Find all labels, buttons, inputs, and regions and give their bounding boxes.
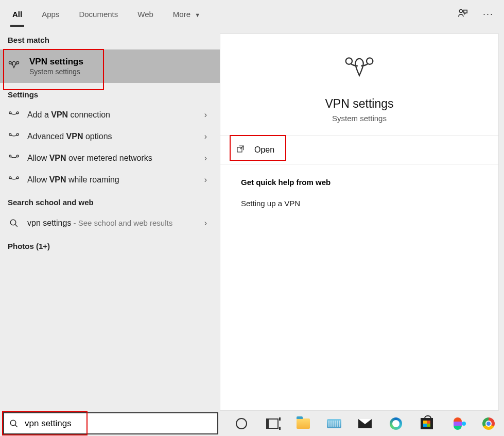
vpn-icon-large [343,55,375,82]
svg-line-12 [15,224,18,227]
vpn-icon [8,110,20,120]
settings-item-label: Advanced VPN options [27,132,204,141]
open-label: Open [254,145,274,155]
best-match-subtitle: System settings [29,68,83,76]
best-match-title: VPN settings [29,57,83,67]
chevron-down-icon: ▼ [195,12,200,18]
taskbar-search[interactable] [3,412,218,434]
cortana-icon[interactable] [234,416,249,431]
chevron-right-icon: › [204,154,212,163]
chrome-icon[interactable] [481,416,496,431]
edge-icon[interactable] [388,416,404,431]
web-result-label: vpn settings - See school and web result… [27,217,204,229]
preview-title: VPN settings [325,97,394,111]
tab-apps[interactable]: Apps [40,7,61,22]
settings-item-vpn-metered[interactable]: Allow VPN over metered networks › [0,147,220,169]
settings-item-vpn-roaming[interactable]: Allow VPN while roaming › [0,169,220,191]
svg-point-16 [10,420,16,426]
search-input[interactable] [25,418,212,429]
settings-item-label: Allow VPN over metered networks [27,154,204,163]
preview-subtitle: System settings [332,114,387,123]
task-view-icon[interactable] [265,416,280,431]
open-icon [236,144,245,156]
chevron-right-icon: › [204,110,212,120]
tab-more[interactable]: More ▼ [171,7,202,22]
preview-panel: VPN settings System settings Open Get qu… [220,33,499,411]
svg-point-11 [10,220,16,225]
vpn-icon [8,175,20,185]
search-filter-tabs: All Apps Documents Web More ▼ ··· [0,0,504,28]
tab-more-label: More [173,10,190,19]
vpn-icon [8,131,20,142]
vpn-icon [8,60,22,73]
microsoft-store-icon[interactable] [419,416,435,431]
tab-all[interactable]: All [10,7,24,22]
best-match-result[interactable]: VPN settings System settings [0,49,220,83]
results-panel: Best match VPN settings System settings … [0,28,220,411]
feedback-icon[interactable] [457,8,468,21]
settings-item-label: Allow VPN while roaming [27,175,204,185]
settings-item-add-vpn[interactable]: Add a VPN connection › [0,104,220,126]
more-options-icon[interactable]: ··· [483,9,494,20]
section-best-match: Best match [0,28,220,49]
svg-line-17 [15,425,18,427]
search-icon [9,419,19,428]
section-photos: Photos (1+) [0,234,220,256]
keyboard-app-icon[interactable] [326,416,342,431]
section-search-web: Search school and web [0,191,220,212]
open-button[interactable]: Open [220,136,498,164]
chevron-right-icon: › [204,175,212,185]
settings-item-label: Add a VPN connection [27,110,204,120]
mail-icon[interactable] [357,416,373,431]
taskbar [0,411,504,436]
web-result-item[interactable]: vpn settings - See school and web result… [0,212,220,234]
chevron-right-icon: › [204,132,212,141]
settings-item-advanced-vpn[interactable]: Advanced VPN options › [0,126,220,147]
vpn-icon [8,153,20,163]
file-explorer-icon[interactable] [296,416,311,431]
figma-icon[interactable] [450,416,465,431]
section-settings: Settings [0,83,220,104]
svg-point-0 [459,9,462,12]
help-link-setup-vpn[interactable]: Setting up a VPN [241,196,478,211]
tab-documents[interactable]: Documents [77,7,120,22]
chevron-right-icon: › [204,219,212,228]
search-icon [8,218,20,228]
help-header: Get quick help from web [241,178,478,187]
tab-web[interactable]: Web [135,7,155,22]
